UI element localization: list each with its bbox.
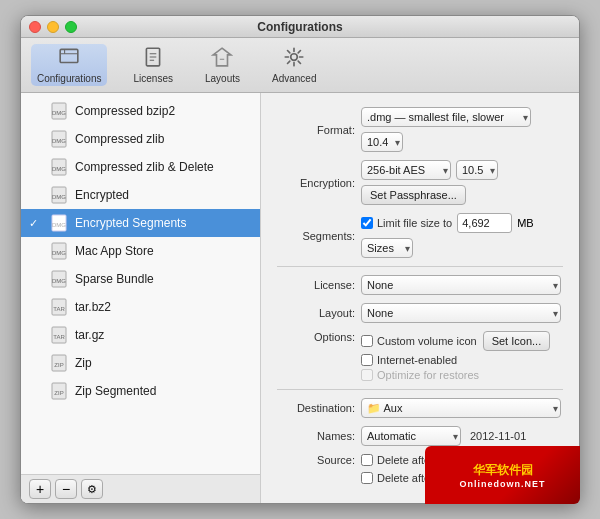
- encryption-select[interactable]: 256-bit AES: [361, 160, 451, 180]
- dmg-icon-6: DMG: [49, 241, 69, 261]
- sidebar-list: DMG Compressed bzip2 DMG Compressed zlib: [21, 93, 260, 474]
- layout-row: Layout: None: [277, 303, 563, 323]
- tar-icon: TAR: [49, 297, 69, 317]
- sidebar-item-sparse-bundle[interactable]: DMG Sparse Bundle: [21, 265, 260, 293]
- sidebar-item-compressed-bzip2[interactable]: DMG Compressed bzip2: [21, 97, 260, 125]
- toolbar-layouts-label: Layouts: [205, 73, 240, 84]
- segments-checkbox[interactable]: [361, 217, 373, 229]
- destination-row: Destination: 📁 Aux: [277, 398, 563, 418]
- sidebar-item-mac-app-store[interactable]: DMG Mac App Store: [21, 237, 260, 265]
- remove-button[interactable]: −: [55, 479, 77, 499]
- names-row: Names: Automatic 2012-11-01: [277, 426, 563, 446]
- watermark-bottom: Onlinedown.NET: [460, 479, 546, 489]
- options-control: Custom volume icon Set Icon... Internet-…: [361, 331, 550, 381]
- layout-select[interactable]: None: [361, 303, 561, 323]
- advanced-icon: [283, 46, 305, 71]
- toolbar-layouts[interactable]: Layouts: [199, 44, 246, 86]
- zip-icon-2: ZIP: [49, 381, 69, 401]
- minimize-button[interactable]: [47, 21, 59, 33]
- sidebar-item-encrypted-segments[interactable]: ✓ DMG Encrypted Segments: [21, 209, 260, 237]
- svg-text:DMG: DMG: [52, 278, 66, 284]
- format-label: Format:: [277, 124, 355, 136]
- svg-text:DMG: DMG: [52, 166, 66, 172]
- divider-2: [277, 389, 563, 390]
- svg-text:ZIP: ZIP: [54, 390, 63, 396]
- window-title: Configurations: [257, 20, 342, 34]
- license-select[interactable]: None: [361, 275, 561, 295]
- segments-checkbox-label[interactable]: Limit file size to: [361, 217, 452, 229]
- encryption-version-wrapper: 10.5: [456, 160, 498, 180]
- toolbar-licenses-label: Licenses: [133, 73, 172, 84]
- sidebar-label: Compressed bzip2: [75, 104, 175, 118]
- sidebar-label: Sparse Bundle: [75, 272, 154, 286]
- set-passphrase-button[interactable]: Set Passphrase...: [361, 185, 466, 205]
- sidebar-label: Encrypted Segments: [75, 216, 186, 230]
- dmg-icon-7: DMG: [49, 269, 69, 289]
- license-select-wrapper: None: [361, 275, 561, 295]
- custom-volume-checkbox[interactable]: [361, 335, 373, 347]
- sizes-select[interactable]: Sizes: [361, 238, 413, 258]
- action-button[interactable]: ⚙: [81, 479, 103, 499]
- layout-select-wrapper: None: [361, 303, 561, 323]
- zip-icon: ZIP: [49, 353, 69, 373]
- toolbar-configurations[interactable]: Configurations: [31, 44, 107, 86]
- format-control: .dmg — smallest file, slower 10.4: [361, 107, 563, 152]
- sidebar-footer: + − ⚙: [21, 474, 260, 503]
- sidebar-item-tar-bz2[interactable]: TAR tar.bz2: [21, 293, 260, 321]
- sidebar-item-compressed-zlib[interactable]: DMG Compressed zlib: [21, 125, 260, 153]
- svg-text:DMG: DMG: [52, 250, 66, 256]
- custom-volume-checkbox-label[interactable]: Custom volume icon: [361, 335, 477, 347]
- dmg-icon: DMG: [49, 101, 69, 121]
- destination-select[interactable]: 📁 Aux: [361, 398, 561, 418]
- internet-enabled-checkbox[interactable]: [361, 354, 373, 366]
- main-panel: Format: .dmg — smallest file, slower 10.…: [261, 93, 579, 503]
- sidebar-label: tar.gz: [75, 328, 104, 342]
- encryption-version-select[interactable]: 10.5: [456, 160, 498, 180]
- optimize-checkbox-label[interactable]: Optimize for restores: [361, 369, 479, 381]
- dmg-icon-2: DMG: [49, 129, 69, 149]
- segments-row: Segments: Limit file size to 4,692 MB Si…: [277, 213, 563, 258]
- delete-converting-checkbox[interactable]: [361, 472, 373, 484]
- format-row: Format: .dmg — smallest file, slower 10.…: [277, 107, 563, 152]
- names-select-wrapper: Automatic: [361, 426, 461, 446]
- add-button[interactable]: +: [29, 479, 51, 499]
- licenses-icon: [142, 46, 164, 71]
- segments-control: Limit file size to 4,692 MB Sizes: [361, 213, 563, 258]
- destination-label: Destination:: [277, 402, 355, 414]
- segments-label: Segments:: [277, 230, 355, 242]
- names-date: 2012-11-01: [470, 430, 526, 442]
- svg-text:DMG: DMG: [52, 222, 66, 228]
- source-label: Source:: [277, 454, 355, 466]
- svg-rect-0: [60, 49, 78, 62]
- names-select[interactable]: Automatic: [361, 426, 461, 446]
- sidebar-label: Compressed zlib & Delete: [75, 160, 214, 174]
- close-button[interactable]: [29, 21, 41, 33]
- svg-text:ZIP: ZIP: [54, 362, 63, 368]
- set-icon-button[interactable]: Set Icon...: [483, 331, 551, 351]
- format-select-wrapper: .dmg — smallest file, slower: [361, 107, 531, 127]
- format-select[interactable]: .dmg — smallest file, slower: [361, 107, 531, 127]
- delete-creating-checkbox[interactable]: [361, 454, 373, 466]
- toolbar-licenses[interactable]: Licenses: [127, 44, 178, 86]
- maximize-button[interactable]: [65, 21, 77, 33]
- sidebar-item-encrypted[interactable]: DMG Encrypted: [21, 181, 260, 209]
- toolbar-advanced[interactable]: Advanced: [266, 44, 322, 86]
- internet-enabled-checkbox-label[interactable]: Internet-enabled: [361, 354, 457, 366]
- options-label: Options:: [277, 331, 355, 343]
- sidebar: DMG Compressed bzip2 DMG Compressed zlib: [21, 93, 261, 503]
- dmg-icon-3: DMG: [49, 157, 69, 177]
- format-version-select[interactable]: 10.4: [361, 132, 403, 152]
- layouts-icon: [211, 46, 233, 71]
- sidebar-item-zip[interactable]: ZIP Zip: [21, 349, 260, 377]
- window-controls: [29, 21, 77, 33]
- svg-point-8: [291, 54, 298, 61]
- encryption-select-wrapper: 256-bit AES: [361, 160, 451, 180]
- sidebar-item-compressed-zlib-delete[interactable]: DMG Compressed zlib & Delete: [21, 153, 260, 181]
- toolbar-configurations-label: Configurations: [37, 73, 101, 84]
- destination-control: 📁 Aux: [361, 398, 561, 418]
- sidebar-item-zip-segmented[interactable]: ZIP Zip Segmented: [21, 377, 260, 405]
- sidebar-label: Compressed zlib: [75, 132, 164, 146]
- svg-text:TAR: TAR: [53, 334, 65, 340]
- segments-value-input[interactable]: 4,692: [457, 213, 512, 233]
- sidebar-item-tar-gz[interactable]: TAR tar.gz: [21, 321, 260, 349]
